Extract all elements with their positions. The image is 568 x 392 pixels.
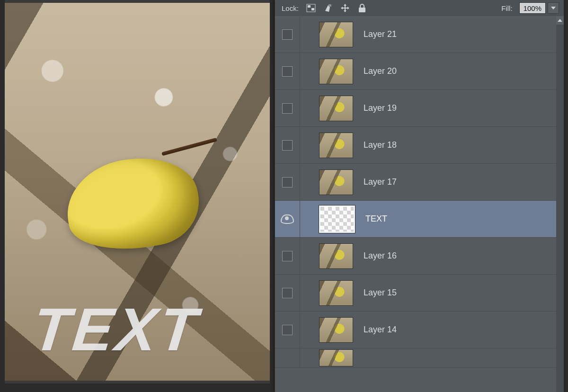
layer-name-label[interactable]: Layer 16 <box>364 251 556 261</box>
layer-row[interactable]: Layer 16 <box>275 238 556 275</box>
visibility-empty-box <box>282 177 293 187</box>
layer-row[interactable]: Layer 17 <box>275 164 556 201</box>
svg-rect-3 <box>328 4 331 7</box>
layer-visibility-toggle[interactable] <box>275 201 300 237</box>
layer-visibility-toggle[interactable] <box>275 16 300 53</box>
layer-visibility-toggle[interactable] <box>275 238 300 274</box>
layers-list[interactable]: Layer 21Layer 20Layer 19Layer 18Layer 17… <box>275 16 556 392</box>
layer-thumbnail[interactable] <box>319 133 353 158</box>
layer-row[interactable]: Layer 21 <box>275 16 556 53</box>
fill-value-field[interactable]: 100% <box>519 2 546 14</box>
layer-name-label[interactable]: Layer 15 <box>364 288 556 298</box>
layer-row[interactable]: Layer 19 <box>275 90 556 127</box>
visibility-empty-box <box>282 66 293 77</box>
svg-rect-2 <box>311 8 314 10</box>
svg-rect-1 <box>308 5 311 8</box>
layer-thumbnail[interactable] <box>319 169 353 195</box>
layer-name-label[interactable]: Layer 14 <box>364 325 556 335</box>
layers-scrollbar[interactable] <box>556 16 564 392</box>
layer-visibility-toggle[interactable] <box>275 127 300 163</box>
layer-visibility-toggle[interactable] <box>275 348 300 367</box>
layer-name-label[interactable]: Layer 17 <box>364 177 556 187</box>
visibility-empty-box <box>282 288 293 298</box>
lock-label: Lock: <box>282 4 299 12</box>
layer-thumbnail[interactable] <box>319 317 353 343</box>
layer-thumbnail[interactable] <box>319 280 353 306</box>
layer-visibility-toggle[interactable] <box>275 53 300 89</box>
layer-name-label[interactable]: Layer 19 <box>364 103 556 113</box>
layer-row[interactable] <box>275 348 556 368</box>
canvas-text-layer[interactable]: TEXT <box>29 294 203 364</box>
lock-transparency-icon[interactable] <box>304 2 318 14</box>
visibility-empty-box <box>282 140 293 151</box>
layers-panel: Lock: Fill: 100% Layer 21Layer 20Layer 1… <box>275 0 564 392</box>
lock-all-icon[interactable] <box>355 2 369 14</box>
canvas-twig-shape <box>161 138 217 156</box>
layer-name-label[interactable]: TEXT <box>365 214 556 224</box>
document-canvas-frame: TEXT <box>5 0 270 383</box>
layer-thumbnail-transparent[interactable] <box>319 205 355 233</box>
layer-visibility-toggle[interactable] <box>275 312 300 348</box>
layer-row[interactable]: TEXT <box>275 201 556 238</box>
layer-thumbnail[interactable] <box>319 243 353 269</box>
layer-row[interactable]: Layer 15 <box>275 275 556 312</box>
document-canvas[interactable]: TEXT <box>5 3 270 381</box>
fill-dropdown-button[interactable] <box>548 2 559 14</box>
visibility-empty-box <box>282 103 293 114</box>
layers-panel-header: Lock: Fill: 100% <box>275 0 564 17</box>
visibility-empty-box <box>282 251 293 261</box>
layer-thumbnail[interactable] <box>319 59 353 84</box>
app-stage: TEXT Lock: Fill: 100% Laye <box>0 0 568 392</box>
visibility-empty-box <box>282 325 293 335</box>
canvas-leaf-shape <box>60 148 206 260</box>
eye-icon <box>281 214 294 224</box>
layer-name-label[interactable]: Layer 18 <box>364 140 556 150</box>
layer-row[interactable]: Layer 18 <box>275 127 556 164</box>
layer-name-label[interactable]: Layer 20 <box>364 66 556 76</box>
layer-row[interactable]: Layer 14 <box>275 312 556 348</box>
layer-thumbnail[interactable] <box>319 349 353 366</box>
lock-image-pixels-icon[interactable] <box>321 2 335 14</box>
lock-position-icon[interactable] <box>338 2 352 14</box>
layer-thumbnail[interactable] <box>319 96 353 121</box>
layer-thumbnail[interactable] <box>319 22 353 47</box>
scrollbar-up-button[interactable] <box>556 16 564 25</box>
layer-name-label[interactable]: Layer 21 <box>364 29 556 39</box>
fill-label: Fill: <box>501 4 512 12</box>
layer-visibility-toggle[interactable] <box>275 275 300 311</box>
layer-visibility-toggle[interactable] <box>275 90 300 126</box>
layer-visibility-toggle[interactable] <box>275 164 300 200</box>
layer-row[interactable]: Layer 20 <box>275 53 556 90</box>
svg-rect-4 <box>359 8 365 12</box>
visibility-empty-box <box>282 29 293 40</box>
